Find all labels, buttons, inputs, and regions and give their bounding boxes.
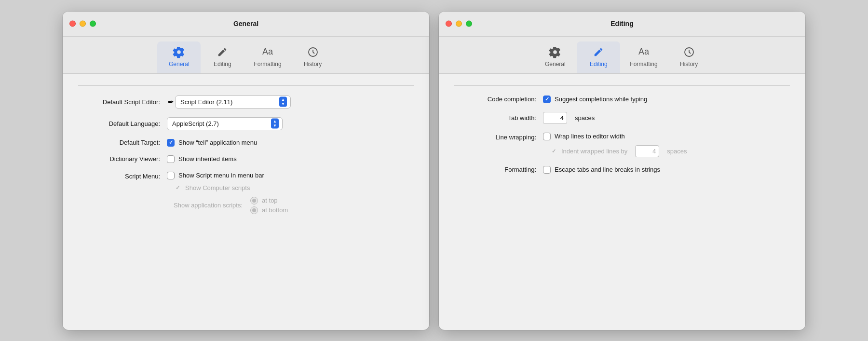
at-top-label: at top [262, 197, 278, 204]
show-app-scripts-label: Show application scripts: [174, 202, 243, 209]
maximize-button-editing[interactable] [466, 21, 472, 27]
gear-icon-editing [548, 45, 562, 59]
default-target-checkbox-label: Show “tell” application menu [178, 139, 257, 146]
indent-wrapped-label: Indent wrapped lines by [561, 148, 627, 155]
code-completion-checkbox-row: Suggest completions while typing [543, 95, 647, 103]
minimize-button[interactable] [80, 21, 86, 27]
code-completion-checkbox[interactable] [543, 95, 551, 103]
tab-history[interactable]: History [291, 41, 335, 73]
tab-editing-general-label: General [545, 61, 566, 68]
tab-width-input-row: spaces [543, 112, 595, 124]
indent-wrapped-input[interactable] [635, 145, 659, 157]
clock-icon-editing [682, 45, 696, 59]
formatting-label: Formatting: [454, 166, 536, 173]
line-wrapping-checkbox[interactable] [543, 133, 551, 140]
dictionary-viewer-checkbox-label: Show inherited items [178, 155, 237, 163]
formatting-checkbox-row: Escape tabs and line breaks in strings [543, 166, 660, 174]
content-divider [78, 85, 414, 86]
indent-wrapped-checkbox[interactable] [550, 147, 557, 155]
titlebar-general: General [63, 12, 429, 37]
window-title-editing: Editing [610, 20, 633, 27]
pencil-icon-editing [592, 45, 605, 59]
default-language-select[interactable]: AppleScript (2.7) [167, 117, 283, 130]
default-language-select-wrapper: AppleScript (2.7) ▲ ▼ [167, 117, 283, 130]
tab-editing-editing[interactable]: Editing [577, 41, 620, 73]
tab-editing-formatting[interactable]: Aa Formatting [620, 41, 667, 73]
titlebar-editing: Editing [439, 12, 805, 37]
tab-editing-editing-label: Editing [590, 61, 608, 68]
tab-editing-formatting-label: Formatting [630, 61, 657, 68]
script-menu-checkbox[interactable] [167, 172, 175, 179]
line-wrapping-checkbox-label: Wrap lines to editor width [555, 133, 625, 140]
minimize-button-editing[interactable] [456, 21, 462, 27]
formatting-row: Formatting: Escape tabs and line breaks … [454, 166, 790, 174]
indent-wrapped-spaces-label: spaces [667, 148, 687, 155]
show-computer-scripts-checkbox[interactable] [174, 184, 181, 192]
script-menu-row: Script Menu: Show Script menu in menu ba… [78, 172, 414, 214]
pencil-icon [216, 45, 229, 59]
tab-width-label: Tab width: [454, 114, 536, 122]
dictionary-viewer-row: Dictionary Viewer: Show inherited items [78, 155, 414, 163]
default-target-row: Default Target: Show “tell” application … [78, 139, 414, 147]
tab-editing[interactable]: Editing [201, 41, 244, 73]
at-bottom-row: at bottom [250, 206, 288, 214]
editing-content-divider [454, 85, 790, 86]
tab-history-label: History [304, 61, 322, 68]
script-editor-select[interactable]: Script Editor (2.11) [175, 95, 291, 109]
editing-window: Editing General Editing Aa Formatting [439, 12, 805, 330]
tab-editing-label: Editing [214, 61, 231, 68]
window-title-general: General [233, 20, 258, 27]
default-target-checkbox-row: Show “tell” application menu [167, 139, 257, 147]
gear-icon [172, 45, 186, 59]
toolbar-general: General Editing Aa Formatting H [63, 37, 429, 74]
show-app-scripts-row: Show application scripts: at top at bott… [174, 197, 288, 214]
tab-editing-history-label: History [680, 61, 698, 68]
at-top-row: at top [250, 197, 288, 205]
toolbar-editing: General Editing Aa Formatting H [439, 37, 805, 74]
close-button-editing[interactable] [446, 21, 452, 27]
code-completion-label: Code completion: [454, 95, 536, 103]
aa-icon: Aa [261, 45, 274, 59]
maximize-button[interactable] [90, 21, 96, 27]
formatting-checkbox-label: Escape tabs and line breaks in strings [555, 166, 660, 173]
editing-content: Code completion: Suggest completions whi… [439, 74, 805, 330]
dictionary-viewer-checkbox-row: Show inherited items [167, 155, 237, 163]
tab-editing-history[interactable]: History [667, 41, 711, 73]
code-completion-checkbox-label: Suggest completions while typing [555, 95, 647, 103]
script-menu-sub-rows: Show Computer scripts Show application s… [174, 184, 288, 214]
line-wrapping-row: Line wrapping: Wrap lines to editor widt… [454, 133, 790, 157]
default-target-checkbox[interactable] [167, 139, 175, 147]
script-editor-label: Default Script Editor: [78, 98, 160, 106]
general-content: Default Script Editor: ✒ Script Editor (… [63, 74, 429, 330]
tab-width-row: Tab width: spaces [454, 112, 790, 124]
code-completion-row: Code completion: Suggest completions whi… [454, 95, 790, 103]
script-menu-label: Script Menu: [78, 172, 160, 180]
general-window: General General Editing Aa Formatting [63, 12, 429, 330]
default-language-label: Default Language: [78, 120, 160, 127]
tab-formatting[interactable]: Aa Formatting [244, 41, 291, 73]
traffic-lights-general [69, 21, 96, 27]
dictionary-viewer-checkbox[interactable] [167, 155, 175, 163]
at-bottom-radio[interactable] [250, 206, 258, 214]
aa-icon-editing: Aa [637, 45, 651, 59]
show-computer-scripts-label: Show Computer scripts [185, 184, 250, 191]
at-bottom-label: at bottom [262, 206, 288, 214]
traffic-lights-editing [446, 21, 472, 27]
at-top-radio[interactable] [250, 197, 258, 205]
tab-editing-general[interactable]: General [533, 41, 577, 73]
show-computer-scripts-row: Show Computer scripts [174, 184, 288, 192]
close-button[interactable] [69, 21, 76, 27]
tab-general-label: General [169, 61, 190, 68]
tab-formatting-label: Formatting [254, 61, 281, 68]
script-menu-checkbox-row: Show Script menu in menu bar [167, 172, 288, 179]
tab-general[interactable]: General [157, 41, 201, 73]
indent-wrapped-row: Indent wrapped lines by spaces [550, 145, 687, 157]
clock-icon [306, 45, 320, 59]
line-wrapping-checkbox-row: Wrap lines to editor width [543, 133, 687, 140]
script-menu-checkbox-label: Show Script menu in menu bar [178, 172, 264, 179]
tab-width-input[interactable] [543, 112, 567, 124]
script-editor-row: Default Script Editor: ✒ Script Editor (… [78, 95, 414, 109]
formatting-checkbox[interactable] [543, 166, 551, 174]
line-wrapping-label: Line wrapping: [454, 133, 536, 141]
script-editor-select-wrapper: ✒ Script Editor (2.11) ▲ ▼ [167, 95, 291, 109]
